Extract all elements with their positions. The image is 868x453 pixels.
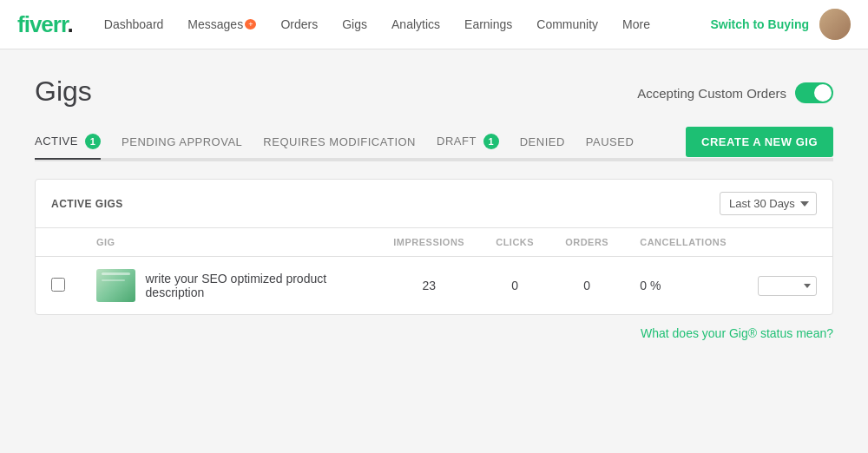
tab-pending-approval[interactable]: Pending Approval bbox=[122, 127, 242, 157]
tab-denied[interactable]: Denied bbox=[520, 127, 565, 157]
tab-draft-badge: 1 bbox=[483, 134, 499, 149]
row-action-cell: Edit Pause Delete bbox=[742, 257, 832, 315]
nav-item-messages[interactable]: Messages+ bbox=[177, 0, 266, 49]
nav-item-community[interactable]: Community bbox=[526, 0, 608, 49]
nav-item-earnings[interactable]: Earnings bbox=[454, 0, 523, 49]
tab-draft[interactable]: Draft 1 bbox=[437, 125, 499, 158]
gig-status-link[interactable]: What does your Gig® status mean? bbox=[641, 326, 833, 340]
cancellations-cell: 0 % bbox=[624, 257, 742, 315]
table-row: write your SEO optimized product descrip… bbox=[36, 257, 832, 315]
tab-paused[interactable]: Paused bbox=[586, 127, 635, 157]
tab-active[interactable]: Active 1 bbox=[35, 125, 101, 158]
gig-info: write your SEO optimized product descrip… bbox=[96, 269, 362, 302]
table-title: Active Gigs bbox=[51, 198, 123, 210]
gigs-table-container: Active Gigs Last 30 Days Last 60 Days La… bbox=[35, 179, 833, 315]
gigs-table: GIG IMPRESSIONS CLICKS ORDERS CANCELLATI… bbox=[36, 228, 832, 314]
nav-item-gigs[interactable]: Gigs bbox=[332, 0, 378, 49]
clicks-cell: 0 bbox=[480, 257, 549, 315]
col-impressions: IMPRESSIONS bbox=[378, 228, 480, 257]
page-title: Gigs bbox=[35, 76, 92, 108]
tabs-bar: Active 1 Pending Approval Requires Modif… bbox=[35, 125, 833, 160]
avatar[interactable] bbox=[819, 9, 851, 40]
row-action-dropdown[interactable]: Edit Pause Delete bbox=[758, 276, 817, 296]
logo-text: fiverr. bbox=[17, 11, 73, 37]
nav-item-dashboard[interactable]: Dashboard bbox=[94, 0, 174, 49]
tab-active-badge: 1 bbox=[85, 134, 101, 149]
col-gig: GIG bbox=[81, 228, 378, 257]
impressions-cell: 23 bbox=[378, 257, 480, 315]
row-checkbox[interactable] bbox=[51, 278, 65, 292]
gig-cell: write your SEO optimized product descrip… bbox=[81, 257, 378, 315]
gig-thumbnail bbox=[96, 269, 135, 302]
table-header-row: GIG IMPRESSIONS CLICKS ORDERS CANCELLATI… bbox=[36, 228, 832, 257]
period-select[interactable]: Last 30 Days Last 60 Days Last 90 Days bbox=[720, 192, 817, 215]
gig-title[interactable]: write your SEO optimized product descrip… bbox=[146, 272, 363, 299]
avatar-image bbox=[819, 9, 851, 40]
nav-item-orders[interactable]: Orders bbox=[270, 0, 328, 49]
logo-dot: . bbox=[68, 11, 73, 37]
page-header: Gigs Accepting Custom Orders bbox=[35, 76, 833, 108]
nav-items: Dashboard Messages+ Orders Gigs Analytic… bbox=[94, 0, 711, 49]
navbar-right: Switch to Buying bbox=[710, 9, 851, 40]
nav-item-analytics[interactable]: Analytics bbox=[381, 0, 450, 49]
switch-buying-button[interactable]: Switch to Buying bbox=[710, 17, 809, 31]
col-actions bbox=[742, 228, 832, 257]
table-header: Active Gigs Last 30 Days Last 60 Days La… bbox=[36, 180, 832, 228]
accepting-orders-toggle[interactable] bbox=[795, 82, 833, 103]
col-checkbox bbox=[36, 228, 81, 257]
navbar: fiverr. Dashboard Messages+ Orders Gigs … bbox=[0, 0, 868, 49]
page-content: Gigs Accepting Custom Orders Active 1 Pe… bbox=[17, 49, 851, 367]
accepting-orders-label: Accepting Custom Orders bbox=[637, 86, 786, 101]
logo[interactable]: fiverr. bbox=[17, 11, 73, 38]
row-checkbox-cell bbox=[36, 257, 81, 315]
col-cancellations: CANCELLATIONS bbox=[624, 228, 742, 257]
nav-item-more[interactable]: More bbox=[612, 0, 661, 49]
orders-cell: 0 bbox=[549, 257, 624, 315]
col-clicks: CLICKS bbox=[480, 228, 549, 257]
accepting-orders-section: Accepting Custom Orders bbox=[637, 82, 833, 103]
tab-requires-modification[interactable]: Requires Modification bbox=[263, 127, 416, 157]
col-orders: ORDERS bbox=[549, 228, 624, 257]
footer-link-section: What does your Gig® status mean? bbox=[35, 325, 833, 341]
messages-badge: + bbox=[245, 19, 256, 30]
create-gig-button[interactable]: Create a New Gig bbox=[686, 127, 833, 157]
